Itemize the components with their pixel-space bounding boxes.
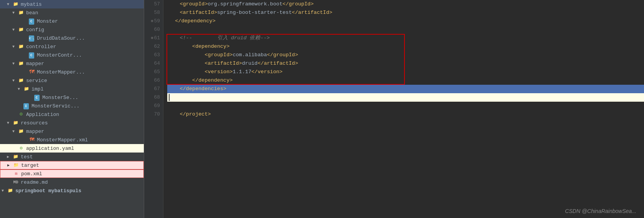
- line-num-64: 64: [144, 59, 160, 68]
- chevron-down-icon: ▼: [12, 79, 18, 83]
- tree-item-target[interactable]: ▶ 📁 target: [0, 161, 144, 169]
- tree-item-mapper[interactable]: ▼ 📁 mapper: [0, 59, 144, 68]
- code-line-69: [167, 102, 644, 110]
- line-numbers: 57 58 ⊟59 60 ⊟61 62 63 64 65 66 67 68 69…: [144, 0, 163, 218]
- java-class-icon: C: [28, 18, 35, 24]
- code-line-58: <artifactId>spring-boot-starter-test</ar…: [167, 8, 644, 17]
- chevron-down-icon: ▼: [2, 189, 7, 193]
- code-text: <!-- 引入 druid 依赖-->: [167, 34, 270, 42]
- tree-label: bean: [26, 10, 38, 16]
- folder-icon: 📁: [12, 154, 19, 160]
- tree-label: config: [26, 27, 44, 33]
- mapper-icon: 🗺: [28, 69, 35, 75]
- line-num-57: 57: [144, 0, 160, 8]
- tree-label: test: [21, 154, 33, 160]
- folder-icon: 📁: [18, 27, 25, 33]
- tree-item-test[interactable]: ▶ 📁 test: [0, 153, 144, 161]
- tree-item-druiddatasource[interactable]: C🔧 DruidDataSour...: [0, 34, 144, 42]
- tree-item-config[interactable]: ▼ 📁 config: [0, 25, 144, 34]
- tree-label: controller: [26, 44, 56, 50]
- folder-icon: 📁: [12, 1, 19, 7]
- tree-label: mybatis: [21, 2, 42, 7]
- tree-label: mapper: [26, 129, 44, 134]
- tree-item-pom-xml[interactable]: m pom.xml: [0, 169, 144, 178]
- tree-label: application.yaml: [26, 146, 74, 151]
- folder-icon: 📁: [18, 44, 25, 50]
- tree-label: MonsterSe...: [42, 95, 78, 101]
- cursor: [169, 94, 170, 101]
- folder-icon: 📁: [18, 77, 25, 84]
- line-num-70: 70: [144, 110, 160, 119]
- chevron-down-icon: ▼: [12, 62, 18, 66]
- tree-label: MonsterServic...: [32, 103, 80, 109]
- tree-item-mybatis[interactable]: ▼ 📁 mybatis: [0, 0, 144, 8]
- app-icon: ⚙: [18, 111, 25, 117]
- line-num-60: 60: [144, 25, 160, 34]
- fold-icon[interactable]: ⊟: [151, 34, 153, 42]
- tree-item-monsterserviceimpl[interactable]: C MonsterSe...: [0, 93, 144, 102]
- java-class-icon: C🔧: [28, 35, 35, 41]
- tree-label: service: [26, 78, 47, 84]
- tree-item-monster[interactable]: C Monster: [0, 17, 144, 25]
- java-interface-icon: I: [23, 103, 30, 109]
- chevron-down-icon: ▼: [12, 45, 18, 49]
- file-tree[interactable]: ▼ 📁 mybatis ▼ 📁 bean C Monster ▼ 📁 confi…: [0, 0, 144, 218]
- pom-icon: m: [13, 171, 20, 177]
- tree-item-monstercontroller[interactable]: C MonsterContr...: [0, 51, 144, 59]
- code-text: </dependency>: [169, 17, 216, 25]
- line-num-61: ⊟61: [144, 34, 160, 42]
- yaml-file-icon: ⚙: [18, 145, 25, 151]
- tree-item-resources-mapper[interactable]: ▼ 📁 mapper: [0, 127, 144, 136]
- code-editor: 57 58 ⊟59 60 ⊟61 62 63 64 65 66 67 68 69…: [144, 0, 644, 218]
- tree-label: springboot mybatispuls: [15, 188, 82, 194]
- code-line-62: <dependency>: [167, 42, 644, 51]
- fold-icon[interactable]: ⊟: [151, 17, 153, 25]
- folder-icon: 📁: [18, 128, 25, 134]
- tree-item-readme[interactable]: MD readme.md: [0, 178, 144, 186]
- code-line-64: <artifactId>druid</artifactId>: [167, 59, 644, 68]
- code-text: <groupId>com.alibaba</groupId>: [167, 51, 298, 59]
- tree-label: MonsterContr...: [37, 52, 82, 58]
- code-content[interactable]: <groupId>org.springframework.boot</group…: [163, 0, 644, 218]
- tree-label: impl: [32, 86, 43, 92]
- line-num-68: 68: [144, 93, 160, 102]
- tree-label: Monster: [37, 18, 58, 24]
- tree-label: target: [21, 163, 39, 168]
- code-text: <version>1.1.17</version>: [167, 68, 283, 76]
- watermark-text: CSDN @ChinaRainbowSea...: [565, 208, 636, 214]
- tree-item-monstermapper-xml[interactable]: 🗺 MonsterMapper.xml: [0, 136, 144, 144]
- line-num-65: 65: [144, 68, 160, 76]
- code-line-67: </dependencies>: [167, 85, 644, 93]
- folder-icon: 📁: [12, 120, 19, 126]
- folder-icon: 📁: [18, 60, 25, 67]
- chevron-down-icon: ▼: [12, 129, 18, 134]
- chevron-right-icon: ▶: [7, 154, 12, 159]
- tree-item-application-yaml[interactable]: ⚙ application.yaml: [0, 144, 144, 153]
- line-num-69: 69: [144, 102, 160, 110]
- folder-icon: 📁: [7, 188, 14, 194]
- folder-icon: 📁: [23, 86, 30, 92]
- tree-label: pom.xml: [21, 171, 42, 177]
- tree-item-monstermapper[interactable]: 🗺 MonsterMapper...: [0, 68, 144, 76]
- code-text: <dependency>: [167, 42, 230, 51]
- tree-label: MonsterMapper...: [37, 69, 85, 75]
- tree-label: Application: [26, 112, 59, 117]
- tree-item-monsterservice[interactable]: I MonsterServic...: [0, 102, 144, 110]
- tree-item-controller[interactable]: ▼ 📁 controller: [0, 42, 144, 51]
- chevron-down-icon: ▼: [18, 87, 23, 91]
- tree-label: mapper: [26, 61, 44, 67]
- tree-item-springboot-mybatispuls[interactable]: ▼ 📁 springboot mybatispuls: [0, 186, 144, 195]
- tree-item-service[interactable]: ▼ 📁 service: [0, 76, 144, 85]
- line-num-58: 58: [144, 8, 160, 17]
- tree-item-bean[interactable]: ▼ 📁 bean: [0, 8, 144, 17]
- folder-icon: 📁: [18, 10, 25, 16]
- line-num-59: ⊟59: [144, 17, 160, 25]
- code-line-65: <version>1.1.17</version>: [167, 68, 644, 76]
- tree-item-resources[interactable]: ▼ 📁 resources: [0, 119, 144, 127]
- tree-item-application[interactable]: ⚙ Application: [0, 110, 144, 119]
- code-text: </project>: [167, 110, 211, 119]
- code-line-68: [167, 93, 644, 102]
- tree-item-impl[interactable]: ▼ 📁 impl: [0, 85, 144, 93]
- code-text: </dependencies>: [167, 85, 644, 93]
- xml-file-icon: 🗺: [28, 137, 35, 143]
